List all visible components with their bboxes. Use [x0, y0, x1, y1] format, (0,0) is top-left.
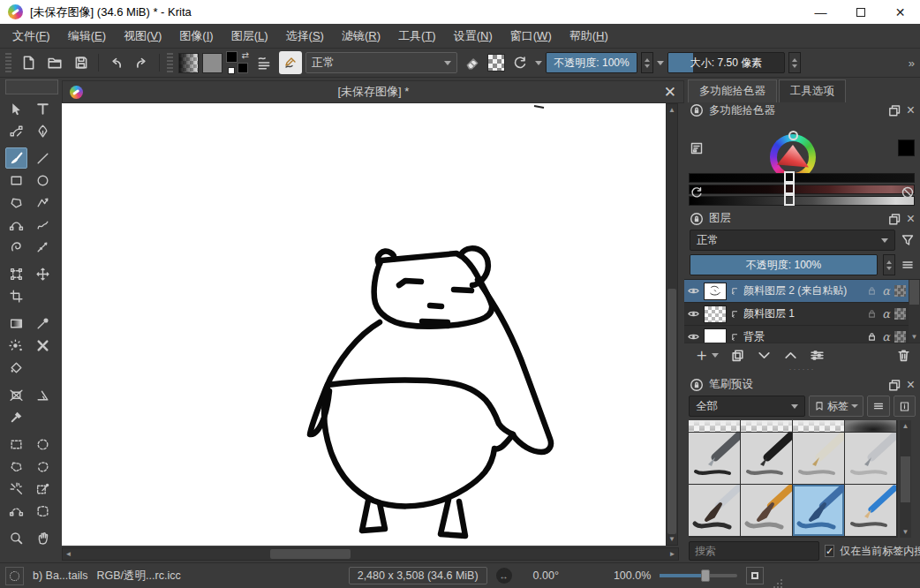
layer-blend-mode-dropdown[interactable]: 正常 [690, 230, 895, 251]
lock-docker-icon[interactable] [690, 212, 704, 226]
gradient-chooser[interactable] [178, 53, 199, 73]
freehand-select-tool[interactable] [32, 456, 54, 477]
fill-tool[interactable] [5, 357, 27, 378]
alpha-lock-icon[interactable] [894, 331, 906, 343]
bar-marker[interactable] [784, 194, 795, 206]
layer-lock-icon[interactable] [866, 331, 878, 343]
layer-filter-funnel-icon[interactable] [901, 233, 915, 247]
window-resize-grip[interactable] [773, 577, 784, 588]
brush-grid-scrollbar[interactable]: ▲ ▼ [900, 420, 911, 538]
opacity-slider[interactable]: 不透明度: 100% [546, 52, 637, 73]
layer-lock-icon[interactable] [866, 308, 878, 320]
document-close-icon[interactable]: ✕ [664, 85, 676, 100]
scroll-left-icon[interactable]: ◄ [63, 548, 74, 560]
zoom-tool[interactable] [5, 527, 27, 548]
crop-tool[interactable] [5, 285, 27, 306]
open-document-button[interactable] [43, 51, 66, 74]
scroll-down-icon[interactable]: ▼ [909, 331, 920, 343]
rotation-angle-label[interactable]: 0.00° [533, 569, 559, 582]
ellipse-tool[interactable] [32, 170, 54, 191]
layer-visibility-icon[interactable] [687, 307, 700, 320]
brush-menu-button[interactable] [867, 396, 890, 417]
close-docker-icon[interactable]: × [907, 211, 915, 227]
float-docker-icon[interactable] [887, 212, 901, 226]
background-color-swatch[interactable] [238, 63, 248, 73]
layer-name[interactable]: 颜料图层 2 (来自粘贴) [743, 283, 863, 298]
lock-docker-icon[interactable] [690, 378, 704, 392]
save-button[interactable] [70, 51, 93, 74]
brush-preset-brush[interactable] [741, 485, 792, 536]
zoom-slider[interactable] [660, 574, 737, 577]
freehand-brush-tool[interactable] [5, 147, 27, 169]
similar-select-tool[interactable] [32, 478, 54, 499]
lock-docker-icon[interactable] [690, 103, 704, 117]
hue-marker[interactable] [788, 131, 798, 140]
brush-preset-brush[interactable] [793, 485, 844, 536]
freehand-path-tool[interactable] [32, 214, 54, 235]
ellipse-select-tool[interactable] [32, 433, 54, 455]
alpha-inherit-icon[interactable]: α [882, 284, 890, 298]
swap-colors-icon[interactable]: ⇄ [242, 50, 249, 60]
minimize-button[interactable]: — [801, 0, 841, 24]
chevron-down-icon[interactable] [657, 61, 664, 65]
layer-opacity-slider[interactable]: 不透明度: 100% [690, 254, 878, 275]
foreground-color-swatch[interactable] [226, 51, 238, 63]
no-color-icon[interactable] [901, 185, 915, 200]
layer-name[interactable]: 颜料图层 1 [743, 306, 863, 321]
layer-lock-icon[interactable] [866, 285, 878, 297]
menu-H[interactable]: 帮助(H) [561, 25, 617, 48]
bar-marker[interactable] [784, 171, 795, 183]
menu-E[interactable]: 编辑(E) [59, 25, 115, 48]
smart-patch-tool[interactable] [32, 335, 54, 356]
layer-thumbnail[interactable] [704, 305, 727, 323]
float-docker-icon[interactable] [887, 103, 901, 117]
toolbar-grip[interactable] [5, 53, 11, 72]
canvas[interactable] [62, 103, 666, 546]
transform-tool[interactable] [5, 263, 27, 284]
color-picker-tool[interactable] [32, 313, 54, 334]
bezier-select-tool[interactable] [5, 500, 27, 521]
scroll-down-icon[interactable]: ▼ [667, 533, 677, 545]
hscroll-thumb[interactable] [270, 549, 351, 559]
red-component-bar[interactable] [689, 185, 915, 194]
alpha-lock-icon[interactable] [894, 308, 906, 320]
eraser-mode-button[interactable] [461, 51, 484, 74]
text-tool[interactable] [32, 98, 54, 119]
vertical-scrollbar[interactable]: ▲ ▼ [666, 103, 678, 546]
gradient-tool[interactable] [5, 313, 27, 334]
rectangle-tool[interactable] [5, 170, 27, 191]
close-docker-icon[interactable]: × [907, 102, 915, 118]
move-layer-up-button[interactable] [783, 348, 798, 363]
layer-list-scrollbar[interactable]: ▼ [909, 280, 920, 343]
brush-search-input[interactable] [689, 541, 819, 561]
scroll-up-icon[interactable]: ▲ [667, 104, 677, 116]
layer-name[interactable]: 背景 [743, 329, 863, 343]
float-docker-icon[interactable] [887, 378, 901, 392]
pan-tool[interactable] [32, 527, 54, 548]
menu-T[interactable]: 工具(T) [389, 25, 445, 48]
close-button[interactable]: ✕ [880, 0, 920, 24]
tab-tool-options[interactable]: 工具选项 [779, 79, 846, 102]
add-layer-button[interactable]: ＋ [693, 343, 719, 366]
reset-colors-icon[interactable] [228, 67, 235, 74]
scroll-down-icon[interactable]: ▼ [900, 526, 911, 538]
menu-S[interactable]: 选择(S) [277, 25, 333, 48]
line-tool[interactable] [32, 147, 54, 169]
tag-button[interactable]: 标签 [809, 396, 863, 417]
scroll-right-icon[interactable]: ► [667, 548, 678, 560]
zoom-level-label[interactable]: 100.0% [614, 569, 651, 582]
display-mode-button[interactable] [894, 396, 916, 417]
brush-preset-eraser[interactable] [793, 420, 844, 432]
brush-preset-brush[interactable] [689, 485, 740, 536]
current-color-swatch[interactable] [898, 139, 915, 156]
alpha-inherit-icon[interactable]: α [882, 330, 890, 343]
chevron-down-icon[interactable] [535, 61, 542, 65]
layer-row[interactable]: 颜料图层 1α [684, 303, 909, 326]
reload-preset-button[interactable] [509, 51, 532, 74]
opacity-spinner[interactable] [641, 52, 653, 73]
selector-settings-icon[interactable] [690, 141, 704, 155]
menu-F[interactable]: 文件(F) [4, 25, 59, 48]
layer-visibility-icon[interactable] [687, 284, 700, 298]
preserve-alpha-button[interactable] [487, 54, 505, 72]
brush-filter-dropdown[interactable]: 全部 [689, 396, 805, 417]
